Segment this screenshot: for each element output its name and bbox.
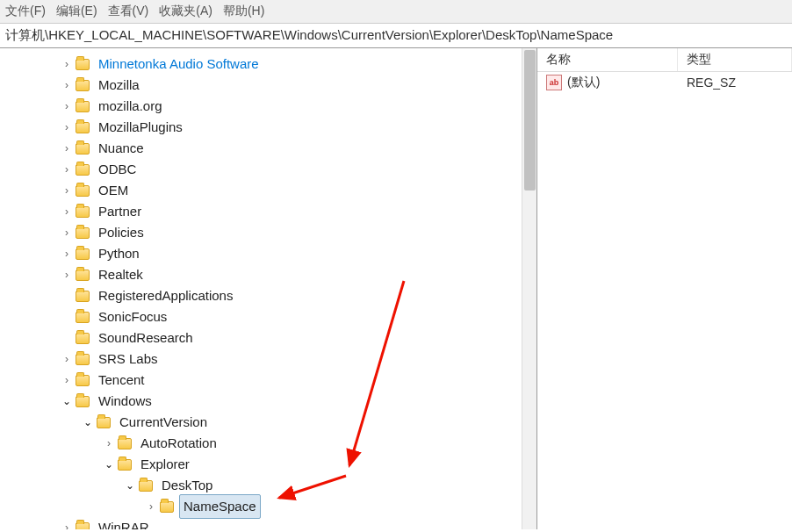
menu-help[interactable]: 帮助(H) bbox=[223, 4, 264, 19]
menu-edit[interactable]: 编辑(E) bbox=[56, 4, 97, 19]
tree-item-label: WinRAR bbox=[95, 516, 153, 529]
chevron-right-icon[interactable]: › bbox=[60, 117, 74, 138]
folder-icon bbox=[76, 522, 90, 530]
chevron-right-icon[interactable]: › bbox=[102, 433, 116, 454]
tree-item-srs-labs[interactable]: ›SRS Labs bbox=[7, 349, 536, 370]
folder-icon bbox=[76, 143, 90, 155]
body-area: ›Minnetonka Audio Software›Mozilla›mozil… bbox=[0, 48, 792, 529]
tree-item-oem[interactable]: ›OEM bbox=[7, 180, 536, 201]
folder-icon bbox=[76, 248, 90, 260]
tree-item-label: Tencent bbox=[95, 369, 148, 392]
tree-item-label: Explorer bbox=[137, 453, 193, 476]
tree-item-label: Policies bbox=[95, 221, 148, 244]
tree-item-policies[interactable]: ›Policies bbox=[7, 222, 536, 243]
folder-icon bbox=[76, 291, 90, 302]
tree-item-label: Windows bbox=[95, 390, 155, 413]
tree-item-registeredapplications[interactable]: RegisteredApplications bbox=[7, 285, 536, 306]
tree-item-minnetonka-audio-software[interactable]: ›Minnetonka Audio Software bbox=[7, 54, 536, 75]
chevron-down-icon[interactable]: ⌄ bbox=[102, 454, 116, 475]
folder-icon bbox=[76, 312, 90, 323]
menu-file[interactable]: 文件(F) bbox=[5, 4, 46, 19]
chevron-right-icon[interactable]: › bbox=[60, 243, 74, 264]
folder-icon bbox=[76, 206, 90, 218]
value-list-panel: 名称 类型 ab (默认) REG_SZ bbox=[537, 48, 792, 529]
tree-item-explorer[interactable]: ⌄Explorer bbox=[7, 454, 536, 475]
tree-item-label: mozilla.org bbox=[95, 95, 166, 118]
tree-item-sonicfocus[interactable]: SonicFocus bbox=[7, 306, 536, 327]
tree-item-namespace[interactable]: ›NameSpace bbox=[7, 496, 536, 517]
chevron-right-icon[interactable]: › bbox=[60, 349, 74, 370]
tree-item-currentversion[interactable]: ⌄CurrentVersion bbox=[7, 412, 536, 433]
chevron-right-icon[interactable]: › bbox=[60, 517, 74, 529]
tree-item-mozilla-org[interactable]: ›mozilla.org bbox=[7, 96, 536, 117]
folder-icon bbox=[139, 480, 153, 492]
tree-item-label: SRS Labs bbox=[95, 348, 162, 370]
tree-item-label: Realtek bbox=[95, 263, 147, 286]
chevron-right-icon[interactable]: › bbox=[144, 496, 158, 517]
folder-icon bbox=[76, 80, 90, 91]
chevron-right-icon[interactable]: › bbox=[60, 201, 74, 222]
tree-item-windows[interactable]: ⌄Windows bbox=[7, 391, 536, 412]
tree-item-mozilla[interactable]: ›Mozilla bbox=[7, 75, 536, 96]
menu-favorites[interactable]: 收藏夹(A) bbox=[159, 4, 212, 19]
tree-item-tencent[interactable]: ›Tencent bbox=[7, 370, 536, 391]
folder-icon bbox=[76, 101, 90, 112]
address-bar[interactable]: 计算机\HKEY_LOCAL_MACHINE\SOFTWARE\Windows\… bbox=[0, 24, 792, 48]
tree-item-label: Python bbox=[95, 242, 143, 265]
tree-item-label: CurrentVersion bbox=[116, 411, 211, 434]
chevron-right-icon[interactable]: › bbox=[60, 75, 74, 96]
folder-icon bbox=[118, 459, 132, 471]
tree-scrollbar-thumb[interactable] bbox=[524, 50, 536, 191]
tree-item-nuance[interactable]: ›Nuance bbox=[7, 138, 536, 159]
tree-item-winrar[interactable]: ›WinRAR bbox=[7, 517, 536, 529]
folder-icon bbox=[76, 59, 90, 70]
tree-item-soundresearch[interactable]: SoundResearch bbox=[7, 327, 536, 349]
menu-view[interactable]: 查看(V) bbox=[108, 4, 149, 19]
chevron-right-icon[interactable]: › bbox=[60, 222, 74, 243]
tree-item-label: NameSpace bbox=[179, 494, 261, 519]
folder-icon bbox=[76, 354, 90, 365]
tree-item-partner[interactable]: ›Partner bbox=[7, 201, 536, 222]
folder-icon bbox=[160, 501, 174, 513]
tree-scrollbar[interactable] bbox=[522, 48, 536, 529]
column-header-name[interactable]: 名称 bbox=[537, 48, 678, 71]
folder-icon bbox=[97, 417, 111, 428]
tree-item-realtek[interactable]: ›Realtek bbox=[7, 264, 536, 285]
tree-item-label: MozillaPlugins bbox=[95, 116, 186, 139]
tree-item-mozillaplugins[interactable]: ›MozillaPlugins bbox=[7, 117, 536, 138]
tree-item-label: SoundResearch bbox=[95, 327, 197, 349]
folder-icon bbox=[76, 122, 90, 133]
folder-icon bbox=[118, 438, 132, 449]
chevron-down-icon[interactable]: ⌄ bbox=[60, 391, 74, 412]
tree-item-label: Nuance bbox=[95, 137, 148, 160]
chevron-right-icon[interactable]: › bbox=[60, 180, 74, 201]
folder-icon bbox=[76, 396, 90, 407]
chevron-down-icon[interactable]: ⌄ bbox=[81, 412, 95, 433]
registry-tree[interactable]: ›Minnetonka Audio Software›Mozilla›mozil… bbox=[0, 48, 536, 529]
value-type: REG_SZ bbox=[687, 75, 783, 90]
chevron-right-icon[interactable]: › bbox=[60, 96, 74, 117]
folder-icon bbox=[76, 227, 90, 239]
folder-icon bbox=[76, 333, 90, 344]
tree-item-autorotation[interactable]: ›AutoRotation bbox=[7, 433, 536, 454]
string-value-icon: ab bbox=[546, 75, 562, 90]
folder-icon bbox=[76, 185, 90, 197]
column-header-type[interactable]: 类型 bbox=[678, 48, 792, 71]
folder-icon bbox=[76, 164, 90, 176]
registry-tree-panel: ›Minnetonka Audio Software›Mozilla›mozil… bbox=[0, 48, 537, 529]
tree-item-label: SonicFocus bbox=[95, 306, 170, 328]
chevron-right-icon[interactable]: › bbox=[60, 138, 74, 159]
tree-item-python[interactable]: ›Python bbox=[7, 243, 536, 264]
chevron-right-icon[interactable]: › bbox=[60, 54, 74, 75]
tree-item-desktop[interactable]: ⌄DeskTop bbox=[7, 475, 536, 496]
chevron-right-icon[interactable]: › bbox=[60, 370, 74, 391]
chevron-right-icon[interactable]: › bbox=[60, 159, 74, 180]
tree-item-odbc[interactable]: ›ODBC bbox=[7, 159, 536, 180]
menubar: 文件(F) 编辑(E) 查看(V) 收藏夹(A) 帮助(H) bbox=[0, 0, 792, 24]
chevron-right-icon[interactable]: › bbox=[60, 264, 74, 285]
chevron-down-icon[interactable]: ⌄ bbox=[123, 475, 137, 496]
value-row[interactable]: ab (默认) REG_SZ bbox=[537, 72, 792, 93]
tree-item-label: RegisteredApplications bbox=[95, 284, 236, 307]
folder-icon bbox=[76, 270, 90, 281]
tree-item-label: OEM bbox=[95, 179, 132, 202]
